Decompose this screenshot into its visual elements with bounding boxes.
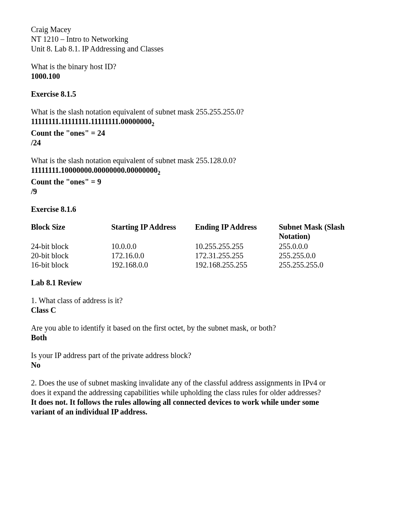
td-ending-ip: 10.255.255.255 <box>195 242 279 251</box>
ex815-q1-binary: 11111111.11111111.11111111.000000002 <box>31 117 380 128</box>
td-starting-ip: 10.0.0.0 <box>111 242 195 251</box>
host-id-block: What is the binary host ID? 1000.100 <box>31 62 380 81</box>
table-row: 24-bit block 10.0.0.0 10.255.255.255 255… <box>31 242 380 251</box>
author-line: Craig Macey <box>31 25 380 34</box>
td-starting-ip: 192.168.0.0 <box>111 260 195 269</box>
review-q3-answer: No <box>31 360 380 370</box>
ex815-q2-binary-value: 11111111.10000000.00000000.00000000 <box>31 166 158 174</box>
ex815-q1-subscript: 2 <box>152 121 154 127</box>
td-subnet-mask: 255.0.0.0 <box>279 242 380 251</box>
td-block-size: 16-bit block <box>31 260 111 269</box>
td-ending-ip: 172.31.255.255 <box>195 251 279 260</box>
td-starting-ip: 172.16.0.0 <box>111 251 195 260</box>
host-id-question: What is the binary host ID? <box>31 62 380 71</box>
review-q3-question: Is your IP address part of the private a… <box>31 351 380 360</box>
ex815-q2-count: Count the "ones" = 9 <box>31 177 380 186</box>
th-subnet-mask-l1: Subnet Mask (Slash <box>279 222 378 232</box>
td-ending-ip: 192.168.255.255 <box>195 260 279 269</box>
ex815-q2-binary: 11111111.10000000.00000000.000000002 <box>31 165 380 177</box>
unit-line: Unit 8. Lab 8.1. IP Addressing and Class… <box>31 44 380 53</box>
td-subnet-mask: 255.255.255.0 <box>279 260 380 269</box>
review-q2-answer: Both <box>31 333 380 342</box>
exercise-815-heading: Exercise 8.1.5 <box>31 89 380 99</box>
review-q4-line2: does it expand the addressing capabiliti… <box>31 388 380 397</box>
review-q4-answer1: It does not. It follows the rules allowi… <box>31 397 380 407</box>
table-row: 16-bit block 192.168.0.0 192.168.255.255… <box>31 260 380 269</box>
review-q1-question: 1. What class of address is it? <box>31 296 380 305</box>
th-block-size: Block Size <box>31 222 111 242</box>
ex815-q2-question: What is the slash notation equivalent of… <box>31 156 380 165</box>
review-heading: Lab 8.1 Review <box>31 278 380 287</box>
td-subnet-mask: 255.255.0.0 <box>279 251 380 260</box>
table-row: 20-bit block 172.16.0.0 172.31.255.255 2… <box>31 251 380 260</box>
th-subnet-mask: Subnet Mask (Slash Notation) <box>279 222 380 242</box>
ex815-q1-answer: /24 <box>31 138 380 147</box>
ex815-q1-block: What is the slash notation equivalent of… <box>31 107 380 147</box>
ex815-q1-count: Count the "ones" = 24 <box>31 128 380 138</box>
ex815-q1-question: What is the slash notation equivalent of… <box>31 107 380 116</box>
th-starting-ip: Starting IP Address <box>111 222 195 242</box>
ex815-q1-binary-value: 11111111.11111111.11111111.00000000 <box>31 117 152 126</box>
th-ending-ip: Ending IP Address <box>195 222 279 242</box>
review-q1-answer: Class C <box>31 305 380 315</box>
td-block-size: 20-bit block <box>31 251 111 260</box>
table-header-row: Block Size Starting IP Address Ending IP… <box>31 222 380 242</box>
review-q4-answer2: variant of an individual IP address. <box>31 407 380 416</box>
th-subnet-mask-l2: Notation) <box>279 232 378 241</box>
page-header: Craig Macey NT 1210 – Intro to Networkin… <box>31 25 380 53</box>
review-q4-line1: 2. Does the use of subnet masking invali… <box>31 378 380 387</box>
review-q3-block: Is your IP address part of the private a… <box>31 351 380 370</box>
ex815-q2-answer: /9 <box>31 187 380 196</box>
ex815-q2-block: What is the slash notation equivalent of… <box>31 156 380 196</box>
td-block-size: 24-bit block <box>31 242 111 251</box>
review-q2-block: Are you able to identify it based on the… <box>31 323 380 342</box>
review-q2-question: Are you able to identify it based on the… <box>31 323 380 332</box>
ex815-q2-subscript: 2 <box>158 170 160 176</box>
host-id-answer: 1000.100 <box>31 72 380 81</box>
block-table: Block Size Starting IP Address Ending IP… <box>31 222 380 269</box>
review-q4-block: 2. Does the use of subnet masking invali… <box>31 378 380 416</box>
exercise-816-heading: Exercise 8.1.6 <box>31 205 380 214</box>
course-line: NT 1210 – Intro to Networking <box>31 34 380 44</box>
review-q1-block: 1. What class of address is it? Class C <box>31 296 380 315</box>
